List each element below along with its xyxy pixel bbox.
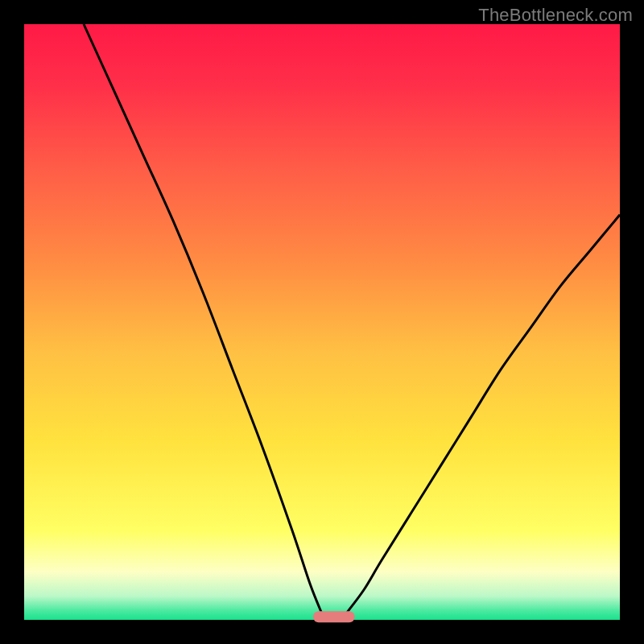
bottleneck-chart	[0, 0, 644, 644]
watermark-text: TheBottleneck.com	[478, 5, 633, 26]
plot-area	[24, 24, 620, 620]
chart-container: TheBottleneck.com	[0, 0, 644, 644]
optimal-marker	[313, 611, 355, 622]
